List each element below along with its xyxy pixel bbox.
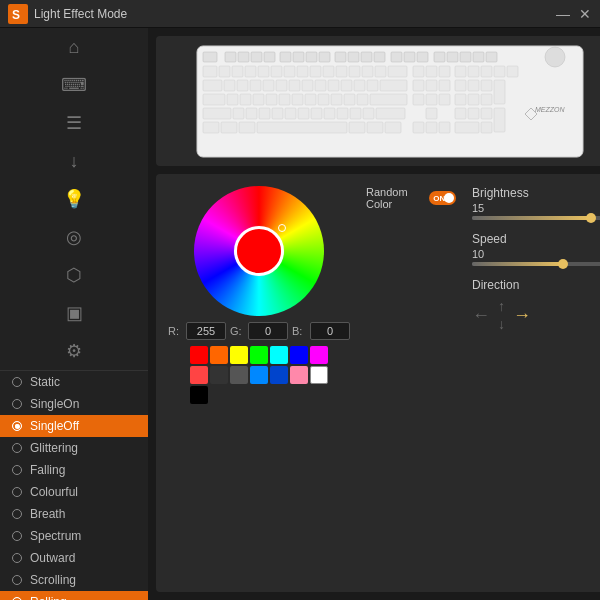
nav-keyboard-icon[interactable]: ⌨	[0, 66, 148, 104]
svg-rect-102	[455, 108, 466, 119]
speed-thumb[interactable]	[558, 259, 568, 269]
nav-home-icon[interactable]: ⌂	[0, 28, 148, 66]
rgb-r-row: R: G: B:	[168, 322, 350, 340]
random-color-toggle[interactable]: ON	[429, 191, 456, 205]
nav-profile-icon[interactable]: ◎	[0, 218, 148, 256]
svg-rect-49	[224, 80, 235, 91]
swatch-green[interactable]	[250, 346, 268, 364]
nav-download-icon[interactable]: ↓	[0, 142, 148, 180]
effect-item-singleoff[interactable]: SingleOff	[0, 415, 148, 437]
close-button[interactable]: ✕	[578, 7, 592, 21]
effect-item-spectrum[interactable]: Spectrum	[0, 525, 148, 547]
swatch-dark2[interactable]	[230, 366, 248, 384]
svg-rect-10	[306, 52, 317, 62]
swatch-white[interactable]	[310, 366, 328, 384]
b-input[interactable]	[310, 322, 350, 340]
swatch-orange[interactable]	[210, 346, 228, 364]
nav-lighting-icon[interactable]: 💡	[0, 180, 148, 218]
app-logo-icon: S	[8, 4, 28, 24]
minimize-button[interactable]: —	[556, 7, 570, 21]
direction-left-arrow[interactable]: ←	[472, 305, 490, 326]
brightness-thumb[interactable]	[586, 213, 596, 223]
svg-rect-12	[335, 52, 346, 62]
svg-rect-63	[426, 80, 437, 91]
swatch-darkblue[interactable]	[270, 366, 288, 384]
effect-item-scrolling[interactable]: Scrolling	[0, 569, 148, 591]
svg-rect-44	[468, 66, 479, 77]
effect-item-static[interactable]: Static	[0, 371, 148, 393]
nav-macro-icon[interactable]: ▣	[0, 294, 148, 332]
effect-item-breath[interactable]: Breath	[0, 503, 148, 525]
svg-point-24	[545, 47, 565, 67]
speed-track[interactable]	[472, 262, 600, 266]
effect-item-falling[interactable]: Falling	[0, 459, 148, 481]
svg-rect-108	[239, 122, 255, 133]
wheel-outer	[194, 186, 324, 316]
svg-rect-22	[473, 52, 484, 62]
swatch-cyan[interactable]	[270, 346, 288, 364]
svg-rect-69	[203, 94, 225, 105]
svg-rect-113	[413, 122, 424, 133]
b-label: B:	[292, 325, 306, 337]
svg-rect-18	[417, 52, 428, 62]
svg-rect-30	[271, 66, 282, 77]
color-wheel[interactable]	[194, 186, 324, 316]
nav-network-icon[interactable]: ⬡	[0, 256, 148, 294]
nav-layers-icon[interactable]: ☰	[0, 104, 148, 142]
svg-rect-80	[357, 94, 368, 105]
direction-up-arrow[interactable]: ↑ ↓	[498, 298, 505, 332]
effect-item-glittering[interactable]: Glittering	[0, 437, 148, 459]
direction-right-arrow[interactable]: →	[513, 305, 531, 326]
svg-rect-33	[310, 66, 321, 77]
titlebar-title: Light Effect Mode	[34, 7, 127, 21]
svg-rect-71	[240, 94, 251, 105]
swatch-black[interactable]	[190, 386, 208, 404]
svg-rect-45	[481, 66, 492, 77]
effect-list-scroll[interactable]: StaticSingleOnSingleOffGlitteringFalling…	[0, 371, 148, 600]
swatch-lightblue[interactable]	[250, 366, 268, 384]
toggle-text-on: ON	[433, 194, 445, 203]
svg-rect-77	[318, 94, 329, 105]
keyboard-preview: MEZZON	[156, 36, 600, 166]
brightness-track[interactable]	[472, 216, 600, 220]
svg-rect-114	[426, 122, 437, 133]
speed-fill	[472, 262, 563, 266]
random-color-row: Random Color ON	[366, 186, 456, 210]
svg-rect-62	[413, 80, 424, 91]
svg-rect-67	[481, 80, 492, 91]
svg-rect-14	[361, 52, 372, 62]
svg-rect-25	[203, 66, 217, 77]
effect-item-singleon[interactable]: SingleOn	[0, 393, 148, 415]
color-wheel-section: R: G: B:	[168, 186, 350, 580]
svg-rect-73	[266, 94, 277, 105]
wheel-cursor	[278, 224, 286, 232]
swatch-pink[interactable]	[190, 366, 208, 384]
svg-rect-23	[486, 52, 497, 62]
svg-rect-17	[404, 52, 415, 62]
swatch-magenta[interactable]	[310, 346, 328, 364]
svg-rect-70	[227, 94, 238, 105]
effect-item-colourful[interactable]: Colourful	[0, 481, 148, 503]
svg-rect-19	[434, 52, 445, 62]
r-label: R:	[168, 325, 182, 337]
svg-rect-3	[203, 52, 217, 62]
swatch-lightpink[interactable]	[290, 366, 308, 384]
effect-item-outward[interactable]: Outward	[0, 547, 148, 569]
effect-radio-glittering	[12, 443, 22, 453]
g-input[interactable]	[248, 322, 288, 340]
nav-gear-icon[interactable]: ⚙	[0, 332, 148, 370]
swatch-blue[interactable]	[290, 346, 308, 364]
svg-rect-78	[331, 94, 342, 105]
swatch-dark1[interactable]	[210, 366, 228, 384]
brightness-fill	[472, 216, 591, 220]
swatch-red[interactable]	[190, 346, 208, 364]
brightness-value: 15	[472, 202, 600, 214]
speed-group: Speed 10	[472, 232, 600, 266]
effect-item-rolling[interactable]: Rolling	[0, 591, 148, 600]
r-input[interactable]	[186, 322, 226, 340]
svg-rect-105	[494, 108, 505, 132]
svg-rect-46	[494, 66, 505, 77]
swatch-yellow[interactable]	[230, 346, 248, 364]
svg-rect-38	[375, 66, 386, 77]
svg-rect-90	[246, 108, 257, 119]
